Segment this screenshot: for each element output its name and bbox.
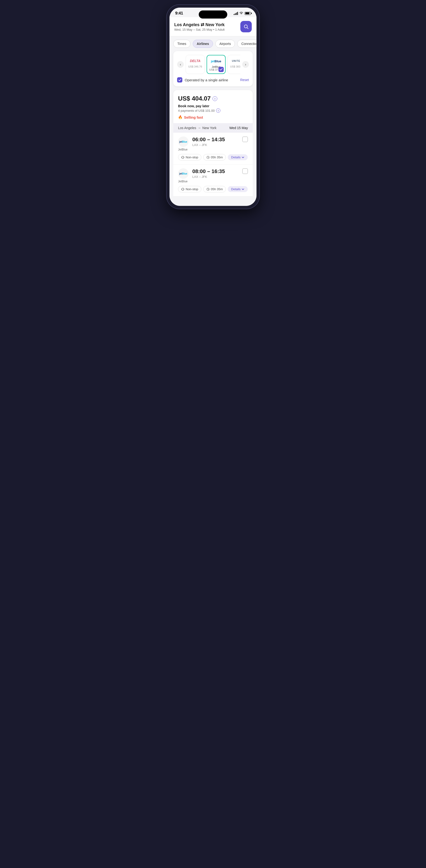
price-row: US$ 404.07 i xyxy=(178,95,248,102)
flight-2-stops-tag: Non-stop xyxy=(178,186,201,192)
flight-1-details-button[interactable]: Details xyxy=(228,154,248,160)
price-card: US$ 404.07 i Book now, pay later 4 payme… xyxy=(173,90,253,123)
flight-1-airline-info: jetBlue JetBlue xyxy=(178,136,188,151)
flight-1-time-range: 06:00 – 14:35 xyxy=(192,136,242,143)
outbound-date: Wed 15 May xyxy=(230,126,248,130)
flight-1-airline-name: JetBlue xyxy=(178,148,188,151)
route-text: Los Angeles ⇄ New York xyxy=(174,22,225,27)
jetblue-checkmark xyxy=(218,67,224,72)
svg-point-3 xyxy=(182,157,182,158)
single-airline-left: Operated by a single airline xyxy=(177,77,228,83)
delta-price: US$ 346.76 xyxy=(188,65,203,68)
flight-1-stops: Non-stop xyxy=(186,155,198,159)
flight-2-airports: LAX – JFK xyxy=(192,175,242,179)
flight-1-times: 06:00 – 14:35 LAX – JFK xyxy=(192,136,242,147)
arrow-icon: → xyxy=(197,126,201,130)
flight-2-logo: jetBlue xyxy=(178,168,188,179)
svg-line-1 xyxy=(247,28,248,29)
flight-2-details-label: Details xyxy=(231,187,241,191)
flight-1-duration-tag: 05h 35m xyxy=(203,154,226,160)
header-route-info: Los Angeles ⇄ New York Wed, 15 May – Sat… xyxy=(174,22,225,31)
flight-1-airports: LAX – JFK xyxy=(192,143,242,147)
svg-line-13 xyxy=(208,189,209,190)
jetblue-logo: jetBlue xyxy=(209,58,223,64)
flight-2-time-range: 08:00 – 16:35 xyxy=(192,168,242,175)
airline-selector-card: ‹ DELTA US$ 346.76 jetBlue JetBlue xyxy=(173,51,253,86)
single-airline-row: Operated by a single airline Reset xyxy=(177,77,249,83)
single-airline-checkbox[interactable] xyxy=(177,77,182,83)
flight-1-duration: 05h 35m xyxy=(211,155,223,159)
flight-1-details-label: Details xyxy=(231,155,241,159)
tab-airports[interactable]: Airports xyxy=(215,40,235,48)
delta-logo: DELTA xyxy=(188,58,203,64)
price-info-icon[interactable]: i xyxy=(213,96,217,101)
outbound-route-section: Los Angeles → New York Wed 15 May xyxy=(173,123,253,133)
flight-2-checkbox[interactable] xyxy=(242,168,248,174)
flight-2-duration-tag: 05h 35m xyxy=(203,186,226,192)
airline-item-united[interactable]: UNITED US$ 383.16 xyxy=(227,55,240,74)
tab-times[interactable]: Times xyxy=(173,40,190,48)
payments-info-icon[interactable]: i xyxy=(216,108,220,113)
united-price: US$ 383.16 xyxy=(230,65,240,68)
flight-header: Los Angeles ⇄ New York Wed, 15 May – Sat… xyxy=(170,17,256,36)
route-title: Los Angeles ⇄ New York xyxy=(174,22,225,27)
tab-connections[interactable]: Connections xyxy=(237,40,256,48)
flight-1-tags: Non-stop 05h 35m Details xyxy=(178,154,248,160)
wifi-icon xyxy=(239,11,243,15)
airline-item-jetblue[interactable]: jetBlue JetBlue US$ 377.16 xyxy=(207,55,225,74)
flight-1-stops-tag: Non-stop xyxy=(178,154,201,160)
flight-card-1: jetBlue JetBlue 06:00 – 14:35 LAX – JFK … xyxy=(173,133,253,164)
flight-2-details-button[interactable]: Details xyxy=(228,186,248,192)
signal-icon xyxy=(234,12,238,15)
price-amount: US$ 404.07 xyxy=(178,95,211,102)
fire-icon: 🔥 xyxy=(178,115,183,119)
svg-point-9 xyxy=(182,189,182,189)
battery-icon xyxy=(245,12,251,15)
flight-2-stops: Non-stop xyxy=(186,187,198,191)
payments-detail: 4 payments of US$ 101.00 xyxy=(178,109,215,113)
united-logo: UNITED xyxy=(230,58,240,64)
flight-card-2: jetBlue JetBlue 08:00 – 16:35 LAX – JFK … xyxy=(173,164,253,196)
airline-list: DELTA US$ 346.76 jetBlue JetBlue US$ 377… xyxy=(186,55,240,74)
pay-later-label: Book now, pay later xyxy=(178,104,248,108)
search-button[interactable] xyxy=(240,21,252,32)
status-time: 9:41 xyxy=(175,11,183,16)
selling-fast-badge: 🔥 Selling fast xyxy=(178,115,248,119)
airline-item-delta[interactable]: DELTA US$ 346.76 xyxy=(186,55,205,74)
single-airline-label: Operated by a single airline xyxy=(185,78,228,82)
carousel-next-button[interactable]: › xyxy=(242,61,249,68)
airline-carousel: ‹ DELTA US$ 346.76 jetBlue JetBlue xyxy=(177,55,249,74)
flight-1-checkbox[interactable] xyxy=(242,136,248,142)
main-content: Los Angeles ⇄ New York Wed, 15 May – Sat… xyxy=(170,17,256,206)
payments-text: 4 payments of US$ 101.00 i xyxy=(178,108,248,113)
carousel-prev-button[interactable]: ‹ xyxy=(177,61,184,68)
flight-2-duration: 05h 35m xyxy=(211,187,223,191)
reset-button[interactable]: Reset xyxy=(240,78,249,82)
flight-2-airline-info: jetBlue JetBlue xyxy=(178,168,188,183)
flight-1-top: jetBlue JetBlue 06:00 – 14:35 LAX – JFK xyxy=(178,136,248,151)
filter-tabs: Times Airlines Airports Connections Bag xyxy=(170,36,256,51)
svg-line-7 xyxy=(208,157,209,158)
outbound-route-text: Los Angeles → New York xyxy=(178,126,216,130)
dynamic-island xyxy=(199,10,227,19)
selling-fast-text: Selling fast xyxy=(184,115,203,119)
flight-1-logo: jetBlue xyxy=(178,136,188,147)
svg-point-4 xyxy=(184,157,184,158)
flight-2-times: 08:00 – 16:35 LAX – JFK xyxy=(192,168,242,179)
flight-2-tags: Non-stop 05h 35m Details xyxy=(178,186,248,192)
phone-frame: 9:41 xyxy=(166,5,260,209)
tab-airlines[interactable]: Airlines xyxy=(193,40,213,48)
svg-point-10 xyxy=(184,189,184,189)
route-dates: Wed, 15 May – Sat, 25 May • 1 Adult xyxy=(174,28,225,31)
flight-2-airline-name: JetBlue xyxy=(178,180,188,183)
status-icons xyxy=(234,11,251,15)
outbound-from: Los Angeles xyxy=(178,126,196,130)
flight-2-top: jetBlue JetBlue 08:00 – 16:35 LAX – JFK xyxy=(178,168,248,183)
outbound-to: New York xyxy=(202,126,216,130)
phone-screen: 9:41 xyxy=(170,8,256,206)
